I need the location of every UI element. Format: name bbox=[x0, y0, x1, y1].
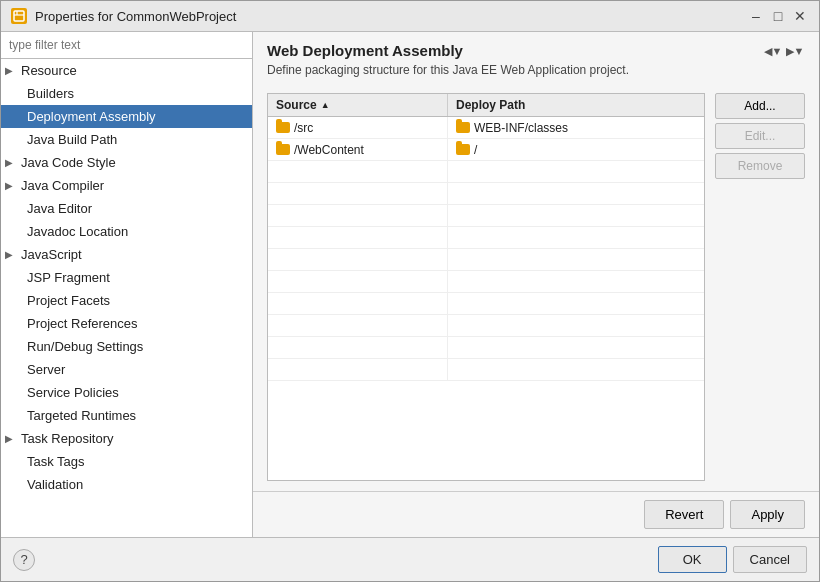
sidebar-item-task-repository[interactable]: ▶Task Repository bbox=[1, 427, 252, 450]
sidebar-item-run-debug-settings[interactable]: Run/Debug Settings bbox=[1, 335, 252, 358]
empty-source-cell bbox=[268, 227, 448, 248]
table-row-empty bbox=[268, 205, 704, 227]
table-body: /srcWEB-INF/classes/WebContent/ bbox=[268, 117, 704, 480]
sidebar-item-deployment-assembly[interactable]: Deployment Assembly bbox=[1, 105, 252, 128]
sidebar-item-label: Javadoc Location bbox=[27, 224, 128, 239]
sidebar-item-javadoc-location[interactable]: Javadoc Location bbox=[1, 220, 252, 243]
empty-deploy-cell bbox=[448, 183, 704, 204]
sidebar-item-label: Resource bbox=[21, 63, 77, 78]
table-row-empty bbox=[268, 293, 704, 315]
folder-icon bbox=[456, 144, 470, 155]
sidebar-item-label: Java Build Path bbox=[27, 132, 117, 147]
source-path: /WebContent bbox=[294, 143, 364, 157]
right-panel: Web Deployment Assembly Define packaging… bbox=[253, 32, 819, 537]
title-bar: Properties for CommonWebProject – □ ✕ bbox=[1, 1, 819, 32]
deploy-cell: WEB-INF/classes bbox=[448, 117, 704, 138]
sidebar-item-targeted-runtimes[interactable]: Targeted Runtimes bbox=[1, 404, 252, 427]
sidebar-item-label: Task Tags bbox=[27, 454, 85, 469]
sidebar-item-javascript[interactable]: ▶JavaScript bbox=[1, 243, 252, 266]
sidebar-item-jsp-fragment[interactable]: JSP Fragment bbox=[1, 266, 252, 289]
minimize-button[interactable]: – bbox=[747, 7, 765, 25]
table-row-empty bbox=[268, 227, 704, 249]
folder-icon bbox=[456, 122, 470, 133]
add-button[interactable]: Add... bbox=[715, 93, 805, 119]
sidebar-item-label: JavaScript bbox=[21, 247, 82, 262]
sidebar-item-task-tags[interactable]: Task Tags bbox=[1, 450, 252, 473]
revert-button[interactable]: Revert bbox=[644, 500, 724, 529]
sidebar-item-label: Project References bbox=[27, 316, 138, 331]
sidebar-item-java-build-path[interactable]: Java Build Path bbox=[1, 128, 252, 151]
table-row[interactable]: /WebContent/ bbox=[268, 139, 704, 161]
table-row-empty bbox=[268, 337, 704, 359]
chevron-right-icon: ▶ bbox=[5, 65, 17, 76]
folder-icon bbox=[276, 122, 290, 133]
sidebar-item-label: Java Editor bbox=[27, 201, 92, 216]
sidebar-item-resource[interactable]: ▶Resource bbox=[1, 59, 252, 82]
empty-deploy-cell bbox=[448, 271, 704, 292]
nav-forward-button[interactable]: ▶▼ bbox=[785, 42, 805, 60]
filter-input[interactable] bbox=[1, 32, 252, 59]
sidebar-item-server[interactable]: Server bbox=[1, 358, 252, 381]
table-row-empty bbox=[268, 161, 704, 183]
footer-buttons: OK Cancel bbox=[658, 546, 807, 573]
chevron-right-icon: ▶ bbox=[5, 157, 17, 168]
sidebar-item-project-facets[interactable]: Project Facets bbox=[1, 289, 252, 312]
table-row-empty bbox=[268, 315, 704, 337]
sidebar-item-project-references[interactable]: Project References bbox=[1, 312, 252, 335]
empty-source-cell bbox=[268, 183, 448, 204]
nav-back-button[interactable]: ◀▼ bbox=[763, 42, 783, 60]
assembly-table: Source ▲ Deploy Path /srcWEB-INF/classes… bbox=[267, 93, 705, 481]
apply-button[interactable]: Apply bbox=[730, 500, 805, 529]
table-row-empty bbox=[268, 183, 704, 205]
sidebar-item-label: Builders bbox=[27, 86, 74, 101]
dialog-window: Properties for CommonWebProject – □ ✕ ▶R… bbox=[0, 0, 820, 582]
chevron-right-icon: ▶ bbox=[5, 180, 17, 191]
source-path: /src bbox=[294, 121, 313, 135]
sidebar-item-service-policies[interactable]: Service Policies bbox=[1, 381, 252, 404]
empty-source-cell bbox=[268, 337, 448, 358]
sidebar-item-label: Service Policies bbox=[27, 385, 119, 400]
cancel-button[interactable]: Cancel bbox=[733, 546, 807, 573]
dialog-title: Properties for CommonWebProject bbox=[35, 9, 739, 24]
sidebar-item-label: Server bbox=[27, 362, 65, 377]
empty-source-cell bbox=[268, 293, 448, 314]
right-header: Web Deployment Assembly Define packaging… bbox=[267, 42, 629, 77]
maximize-button[interactable]: □ bbox=[769, 7, 787, 25]
remove-button[interactable]: Remove bbox=[715, 153, 805, 179]
sidebar-item-label: Validation bbox=[27, 477, 83, 492]
empty-source-cell bbox=[268, 359, 448, 380]
sidebar-item-label: Deployment Assembly bbox=[27, 109, 156, 124]
deploy-path: / bbox=[474, 143, 477, 157]
deploy-cell: / bbox=[448, 139, 704, 160]
sidebar-item-java-compiler[interactable]: ▶Java Compiler bbox=[1, 174, 252, 197]
sidebar-item-label: Project Facets bbox=[27, 293, 110, 308]
sidebar-item-validation[interactable]: Validation bbox=[1, 473, 252, 496]
left-panel: ▶ResourceBuildersDeployment AssemblyJava… bbox=[1, 32, 253, 537]
table-row-empty bbox=[268, 249, 704, 271]
main-subtitle: Define packaging structure for this Java… bbox=[267, 63, 629, 77]
ok-button[interactable]: OK bbox=[658, 546, 727, 573]
sidebar-item-label: Run/Debug Settings bbox=[27, 339, 143, 354]
help-button[interactable]: ? bbox=[13, 549, 35, 571]
empty-deploy-cell bbox=[448, 161, 704, 182]
table-row[interactable]: /srcWEB-INF/classes bbox=[268, 117, 704, 139]
sidebar-item-java-editor[interactable]: Java Editor bbox=[1, 197, 252, 220]
sidebar-item-label: Task Repository bbox=[21, 431, 113, 446]
action-buttons: Add... Edit... Remove bbox=[715, 93, 805, 481]
close-button[interactable]: ✕ bbox=[791, 7, 809, 25]
empty-source-cell bbox=[268, 249, 448, 270]
empty-deploy-cell bbox=[448, 293, 704, 314]
bottom-row: Revert Apply bbox=[253, 491, 819, 537]
empty-source-cell bbox=[268, 161, 448, 182]
empty-source-cell bbox=[268, 271, 448, 292]
main-title: Web Deployment Assembly bbox=[267, 42, 629, 59]
edit-button[interactable]: Edit... bbox=[715, 123, 805, 149]
table-header: Source ▲ Deploy Path bbox=[268, 94, 704, 117]
source-cell: /WebContent bbox=[268, 139, 448, 160]
sidebar-item-builders[interactable]: Builders bbox=[1, 82, 252, 105]
nav-list: ▶ResourceBuildersDeployment AssemblyJava… bbox=[1, 59, 252, 537]
sidebar-item-label: Java Code Style bbox=[21, 155, 116, 170]
empty-source-cell bbox=[268, 205, 448, 226]
sidebar-item-java-code-style[interactable]: ▶Java Code Style bbox=[1, 151, 252, 174]
empty-deploy-cell bbox=[448, 359, 704, 380]
